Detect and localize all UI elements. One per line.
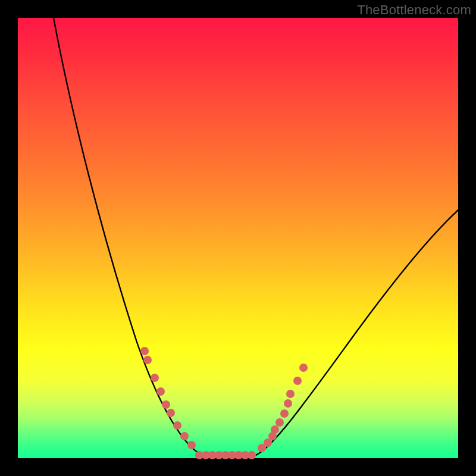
marker-dot	[293, 377, 302, 385]
watermark-text: TheBottleneck.com	[357, 2, 471, 18]
marker-dot	[173, 421, 181, 430]
chart-frame: TheBottleneck.com	[0, 0, 476, 476]
marker-dot	[187, 441, 196, 449]
marker-dot	[151, 374, 159, 382]
marker-dot	[140, 347, 149, 355]
marker-dot	[143, 356, 152, 364]
marker-dot	[248, 451, 256, 459]
marker-dot	[275, 418, 284, 427]
marker-dot	[280, 409, 289, 418]
right-curve	[256, 210, 458, 455]
marker-dot	[284, 399, 292, 408]
marker-dot	[299, 364, 308, 372]
left-curve	[54, 18, 202, 455]
marker-dot	[286, 390, 295, 398]
marker-dot	[180, 432, 189, 440]
marker-dot	[156, 387, 165, 396]
chart-svg	[18, 18, 458, 458]
marker-dot	[162, 400, 170, 409]
marker-dot	[271, 425, 279, 434]
marker-dot	[167, 409, 175, 417]
